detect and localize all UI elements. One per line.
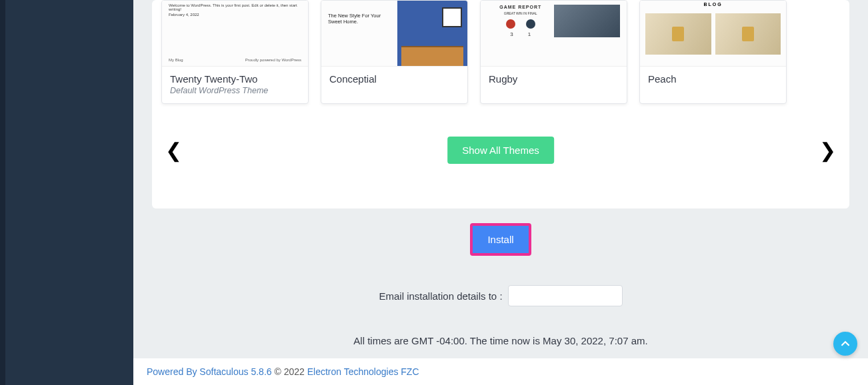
preview-image-2 bbox=[715, 13, 781, 55]
footer: Powered By Softaculous 5.8.6 © 2022 Elec… bbox=[133, 358, 868, 385]
theme-name: Peach bbox=[648, 73, 778, 85]
theme-info: Peach bbox=[640, 67, 786, 93]
email-input[interactable] bbox=[508, 285, 623, 306]
theme-preview: GAME REPORT GREAT WIN IN FINAL 3 1 bbox=[481, 1, 627, 67]
copyright-text: © 2022 bbox=[272, 366, 307, 377]
theme-info: Twenty Twenty-Two Default WordPress Them… bbox=[162, 67, 308, 103]
install-button[interactable]: Install bbox=[473, 226, 528, 253]
company-link[interactable]: Electron Technologies FZC bbox=[307, 366, 419, 377]
chevron-up-icon bbox=[841, 339, 850, 348]
theme-card-twentytwentytwo[interactable]: Welcome to WordPress. This is your first… bbox=[161, 0, 309, 104]
preview-heading: BLOG bbox=[645, 2, 781, 7]
preview-text: Welcome to WordPress. This is your first… bbox=[169, 3, 308, 11]
theme-name: Conceptial bbox=[329, 73, 459, 85]
theme-card-rugby[interactable]: GAME REPORT GREAT WIN IN FINAL 3 1 bbox=[480, 0, 627, 104]
preview-brand: My Blog bbox=[169, 58, 183, 62]
theme-name: Rugby bbox=[489, 73, 619, 85]
powered-by-link[interactable]: Powered By Softaculous 5.8.6 bbox=[147, 366, 272, 377]
preview-powered: Proudly powered by WordPress bbox=[245, 58, 301, 62]
theme-card-peach[interactable]: BLOG Peach bbox=[639, 0, 787, 104]
email-label: Email installation details to : bbox=[379, 290, 502, 302]
theme-preview: BLOG bbox=[640, 1, 786, 67]
main-content: Welcome to WordPress. This is your first… bbox=[133, 0, 868, 385]
theme-name: Twenty Twenty-Two bbox=[170, 73, 300, 85]
chevron-right-icon[interactable]: ❯ bbox=[815, 139, 840, 162]
scroll-to-top-button[interactable] bbox=[833, 332, 857, 356]
install-highlight: Install bbox=[470, 223, 531, 256]
theme-subtitle: Default WordPress Theme bbox=[170, 86, 300, 95]
sidebar bbox=[0, 0, 133, 385]
theme-info: Rugby bbox=[481, 67, 627, 93]
themes-row: Welcome to WordPress. This is your first… bbox=[161, 0, 840, 104]
preview-headline: The New Style For Your Sweet Home. bbox=[328, 13, 392, 25]
team-badge-2 bbox=[526, 19, 535, 29]
team-badge-1 bbox=[506, 19, 515, 29]
score-1: 3 bbox=[510, 31, 513, 37]
email-row: Email installation details to : bbox=[133, 285, 868, 306]
preview-heading: GAME REPORT bbox=[487, 5, 554, 9]
theme-card-conceptial[interactable]: The New Style For Your Sweet Home. Conce… bbox=[321, 0, 468, 104]
theme-preview: Welcome to WordPress. This is your first… bbox=[162, 1, 308, 67]
show-all-themes-button[interactable]: Show All Themes bbox=[447, 137, 554, 164]
preview-action-image bbox=[554, 5, 621, 37]
preview-image-1 bbox=[645, 13, 711, 55]
install-section: Install bbox=[133, 223, 868, 256]
preview-frame bbox=[442, 7, 462, 27]
content-card: Welcome to WordPress. This is your first… bbox=[152, 0, 849, 208]
preview-sub: GREAT WIN IN FINAL bbox=[487, 11, 554, 15]
theme-preview: The New Style For Your Sweet Home. bbox=[321, 1, 467, 67]
sidebar-accent bbox=[0, 0, 5, 385]
time-bar: All times are GMT -04:00. The time now i… bbox=[133, 323, 868, 358]
score-2: 1 bbox=[528, 31, 531, 37]
preview-date: February 4, 2022 bbox=[169, 13, 199, 17]
carousel-nav: ❮ Show All Themes ❯ bbox=[161, 104, 840, 189]
chevron-left-icon[interactable]: ❮ bbox=[161, 139, 186, 162]
preview-desk bbox=[401, 46, 463, 66]
theme-info: Conceptial bbox=[321, 67, 467, 93]
